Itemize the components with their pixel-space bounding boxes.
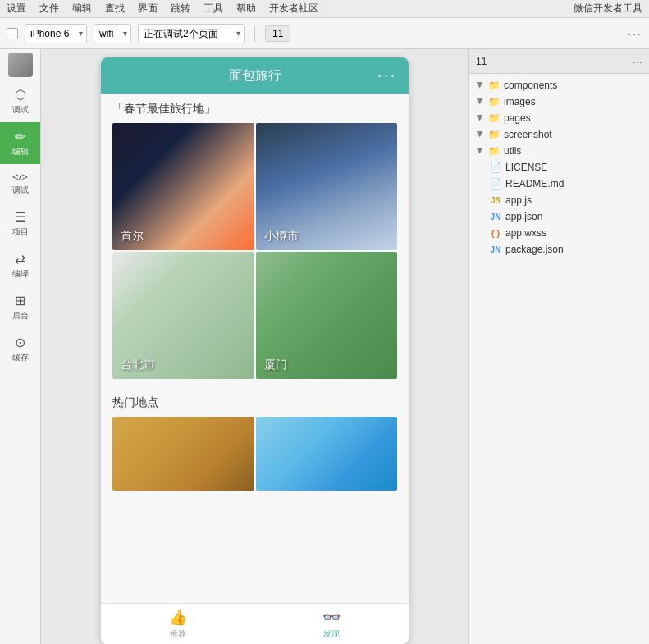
file-panel-toolbar: 11 ··· bbox=[469, 49, 649, 74]
phone-frame: 面包旅行 ··· 「春节最佳旅行地」 首尔 小樽市 台北市 bbox=[101, 57, 409, 644]
file-item-components[interactable]: ▶ 📁 components bbox=[469, 77, 649, 94]
file-icon-readme: 📄 bbox=[489, 178, 502, 190]
city-label-seoul: 首尔 bbox=[121, 229, 144, 244]
menu-tools[interactable]: 工具 bbox=[203, 2, 223, 16]
sidebar-item-cache[interactable]: ⊙ 缓存 bbox=[0, 328, 40, 370]
menu-settings[interactable]: 设置 bbox=[7, 2, 26, 16]
file-count: 11 bbox=[476, 56, 487, 67]
sidebar-item-debug1[interactable]: ⬡ 调试 bbox=[0, 80, 40, 122]
file-item-appjs[interactable]: JS app.js bbox=[469, 192, 649, 208]
status-select[interactable]: 正在调试2个页面 bbox=[138, 24, 245, 43]
file-item-pages[interactable]: ▶ 📁 pages bbox=[469, 110, 649, 126]
sidebar-label-cache: 缓存 bbox=[12, 352, 29, 363]
file-item-readme[interactable]: 📄 README.md bbox=[469, 176, 649, 192]
section-title-1: 「春节最佳旅行地」 bbox=[101, 94, 409, 123]
file-tree: ▶ 📁 components ▶ 📁 images ▶ 📁 pages ▶ 📁 … bbox=[469, 74, 649, 261]
network-select-wrap: wifi bbox=[94, 24, 131, 43]
sidebar-label-edit: 编辑 bbox=[12, 146, 29, 158]
file-panel-more[interactable]: ··· bbox=[633, 55, 642, 68]
sidebar-item-project[interactable]: ☰ 项目 bbox=[0, 203, 40, 244]
phone-title: 面包旅行 bbox=[229, 67, 281, 84]
toolbar-more-button[interactable]: ··· bbox=[628, 27, 642, 40]
sidebar-item-debug2[interactable]: </> 调试 bbox=[0, 164, 40, 203]
tab-discover[interactable]: 👓 发现 bbox=[255, 604, 409, 644]
project-icon: ☰ bbox=[15, 209, 26, 225]
phone-header: 面包旅行 ··· bbox=[101, 57, 409, 94]
phone-header-more[interactable]: ··· bbox=[377, 67, 397, 84]
city-label-taipei: 台北市 bbox=[121, 358, 155, 372]
file-icon-appjson: JN bbox=[489, 212, 502, 222]
file-item-appwxss[interactable]: { } app.wxss bbox=[469, 225, 649, 241]
backend-icon: ⊞ bbox=[15, 293, 25, 308]
file-item-appjson[interactable]: JN app.json bbox=[469, 208, 649, 225]
main-layout: ⬡ 调试 ✏ 编辑 </> 调试 ☰ 项目 ⇄ 编译 ⊞ 后台 ⊙ 缓存 bbox=[0, 49, 649, 644]
code-icon: ⬡ bbox=[15, 87, 26, 103]
expand-arrow-pages: ▶ bbox=[476, 114, 485, 122]
menu-interface[interactable]: 界面 bbox=[138, 2, 158, 16]
city-label-xiamen: 厦门 bbox=[264, 358, 287, 372]
file-item-images[interactable]: ▶ 📁 images bbox=[469, 94, 649, 110]
file-name-appjs: app.js bbox=[505, 194, 532, 206]
status-select-wrap: 正在调试2个页面 bbox=[138, 24, 245, 43]
file-item-packagejson[interactable]: JN package.json bbox=[469, 241, 649, 258]
file-panel: 11 ··· ▶ 📁 components ▶ 📁 images ▶ 📁 pag… bbox=[468, 49, 649, 644]
left-sidebar: ⬡ 调试 ✏ 编辑 </> 调试 ☰ 项目 ⇄ 编译 ⊞ 后台 ⊙ 缓存 bbox=[0, 49, 41, 644]
sidebar-item-backend[interactable]: ⊞ 后台 bbox=[0, 286, 40, 328]
hot-cell-costume[interactable] bbox=[112, 417, 254, 491]
hot-section: 热门地点 bbox=[101, 387, 409, 491]
tab-recommend-label: 推荐 bbox=[170, 628, 186, 640]
recommend-icon: 👍 bbox=[169, 609, 187, 627]
toolbar: iPhone 6 wifi 正在调试2个页面 11 ··· bbox=[0, 18, 649, 49]
sidebar-label-project: 项目 bbox=[12, 226, 29, 238]
menu-devcom[interactable]: 开发者社区 bbox=[269, 2, 318, 16]
file-name-packagejson: package.json bbox=[505, 244, 564, 255]
device-select-wrap: iPhone 6 bbox=[25, 24, 87, 43]
edit-icon: ✏ bbox=[15, 129, 25, 144]
sidebar-item-compile[interactable]: ⇄ 编译 bbox=[0, 244, 40, 286]
user-avatar[interactable] bbox=[8, 53, 33, 77]
city-cell-otaru[interactable]: 小樽市 bbox=[256, 123, 398, 250]
menu-edit[interactable]: 编辑 bbox=[72, 2, 92, 16]
folder-icon-screenshot: 📁 bbox=[487, 129, 500, 140]
page-count-badge: 11 bbox=[265, 25, 290, 42]
file-name-readme: README.md bbox=[505, 178, 564, 190]
folder-icon-utils: 📁 bbox=[487, 145, 500, 157]
file-name-screenshot: screenshot bbox=[504, 129, 552, 140]
file-name-pages: pages bbox=[504, 112, 531, 124]
hot-cell-ocean[interactable] bbox=[256, 417, 398, 491]
file-item-screenshot[interactable]: ▶ 📁 screenshot bbox=[469, 126, 649, 143]
city-label-otaru: 小樽市 bbox=[264, 229, 299, 244]
menu-help[interactable]: 帮助 bbox=[236, 2, 256, 16]
app-title: 微信开发者工具 bbox=[574, 2, 642, 16]
device-checkbox[interactable] bbox=[7, 28, 18, 39]
expand-arrow-utils: ▶ bbox=[476, 147, 485, 155]
menu-find[interactable]: 查找 bbox=[105, 2, 125, 16]
city-cell-xiamen[interactable]: 厦门 bbox=[256, 252, 398, 379]
debug-icon: </> bbox=[12, 171, 28, 183]
file-icon-license: 📄 bbox=[489, 162, 502, 173]
file-name-license: LICENSE bbox=[505, 162, 547, 173]
menu-jump[interactable]: 跳转 bbox=[171, 2, 190, 16]
phone-tab-bar: 👍 推荐 👓 发现 bbox=[101, 603, 409, 644]
expand-arrow-components: ▶ bbox=[476, 81, 485, 89]
menu-bar: 设置 文件 编辑 查找 界面 跳转 工具 帮助 开发者社区 微信开发者工具 bbox=[0, 0, 649, 18]
sidebar-label-backend: 后台 bbox=[12, 310, 29, 322]
file-icon-appjs: JS bbox=[489, 196, 502, 205]
device-select[interactable]: iPhone 6 bbox=[25, 24, 87, 43]
sidebar-item-edit[interactable]: ✏ 编辑 bbox=[0, 122, 40, 164]
city-cell-taipei[interactable]: 台北市 bbox=[112, 252, 254, 379]
city-cell-seoul[interactable]: 首尔 bbox=[112, 123, 254, 250]
tab-recommend[interactable]: 👍 推荐 bbox=[101, 604, 255, 644]
folder-icon-pages: 📁 bbox=[487, 112, 500, 124]
file-item-utils[interactable]: ▶ 📁 utils bbox=[469, 143, 649, 159]
menu-file[interactable]: 文件 bbox=[39, 2, 59, 16]
file-item-license[interactable]: 📄 LICENSE bbox=[469, 159, 649, 176]
compile-icon: ⇄ bbox=[15, 251, 25, 267]
cache-icon: ⊙ bbox=[15, 335, 25, 350]
file-icon-packagejson: JN bbox=[489, 245, 502, 254]
phone-content[interactable]: 「春节最佳旅行地」 首尔 小樽市 台北市 厦门 bbox=[101, 94, 409, 603]
discover-icon: 👓 bbox=[322, 609, 340, 627]
city-grid: 首尔 小樽市 台北市 厦门 bbox=[112, 123, 397, 379]
file-name-appwxss: app.wxss bbox=[505, 227, 546, 239]
network-select[interactable]: wifi bbox=[94, 24, 131, 43]
